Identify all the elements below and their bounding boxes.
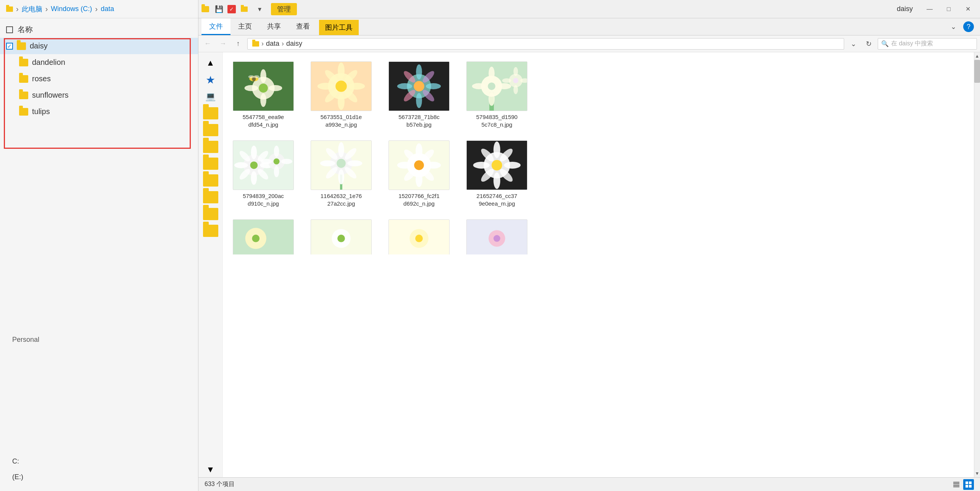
path-separator1: ›: [261, 40, 264, 48]
select-all-checkbox[interactable]: [6, 26, 13, 33]
dandelion-folder-icon: [19, 59, 28, 66]
dropdown-btn[interactable]: ▾: [253, 2, 266, 16]
scroll-down-icon[interactable]: ▼: [203, 462, 218, 477]
nav-folder-5[interactable]: [203, 174, 218, 187]
maximize-btn[interactable]: □: [940, 0, 958, 18]
svg-rect-117: [969, 485, 972, 488]
grid-view-btn[interactable]: [963, 479, 974, 490]
title-bar-folder-icon: [201, 6, 209, 12]
file-item-11[interactable]: [385, 216, 453, 254]
ribbon-chevron-btn[interactable]: ⌄: [946, 20, 960, 34]
tab-file[interactable]: 文件: [201, 18, 230, 35]
svg-point-62: [261, 159, 272, 164]
file-item-5[interactable]: 5794839_200acd910c_n.jpg: [229, 137, 298, 210]
svg-point-61: [274, 166, 279, 177]
help-btn[interactable]: ?: [963, 21, 974, 32]
folder-btn[interactable]: [237, 2, 251, 16]
file-item-6[interactable]: 11642632_1e7627a2cc.jpg: [307, 137, 376, 210]
svg-point-15: [338, 93, 345, 110]
tree-item-tulips[interactable]: tulips: [0, 103, 198, 120]
nav-folder-8[interactable]: [203, 225, 218, 237]
scroll-thumb[interactable]: [974, 60, 980, 83]
tree-item-roses[interactable]: roses: [0, 71, 198, 87]
tree-item-dandelion[interactable]: dandelion: [0, 54, 198, 71]
up-arrow-icon: ↑: [237, 40, 240, 48]
daisy-checkbox[interactable]: ✓: [6, 43, 13, 50]
file-item-3[interactable]: 5673728_71b8cb57eb.jpg: [385, 58, 453, 131]
up-btn[interactable]: ↑: [232, 38, 244, 50]
file-thumbnail-6: [311, 140, 372, 190]
file-item-4[interactable]: 5794835_d15905c7c8_n.jpg: [463, 58, 531, 131]
forward-arrow-icon: →: [219, 40, 226, 48]
svg-point-68: [338, 142, 344, 158]
scroll-up-btn[interactable]: ▲: [974, 52, 980, 60]
svg-point-52: [234, 162, 248, 168]
file-item-12[interactable]: [463, 216, 531, 254]
search-box[interactable]: 🔍 在 daisy 中搜索: [878, 38, 977, 50]
file-item-2[interactable]: 5673551_01d1ea993e_n.jpg: [307, 58, 376, 131]
tab-manage[interactable]: 图片工具: [319, 20, 359, 35]
svg-point-26: [416, 93, 422, 108]
tab-view[interactable]: 查看: [289, 18, 318, 35]
drive-e-item[interactable]: (E:): [6, 469, 192, 485]
address-bar: ← → ↑ › data › daisy ⌄ ↻ 🔍 在 daisy 中搜索: [198, 35, 980, 52]
scroll-up-icon[interactable]: ▲: [203, 55, 218, 71]
search-icon: 🔍: [881, 40, 889, 47]
forward-btn[interactable]: →: [217, 38, 229, 50]
scroll-down-btn[interactable]: ▼: [974, 470, 980, 477]
tab-home[interactable]: 主页: [230, 18, 260, 35]
help-icon: ?: [967, 23, 970, 31]
refresh-btn[interactable]: ↻: [862, 38, 875, 50]
file-name-3: 5673728_71b8cb57eb.jpg: [398, 113, 440, 128]
breadcrumb[interactable]: › 此电脑 › Windows (C:) › data: [0, 0, 198, 18]
file-thumbnail-12: [466, 219, 527, 254]
nav-folder-4[interactable]: [203, 158, 218, 170]
nav-folder-7[interactable]: [203, 208, 218, 220]
scroll-track[interactable]: [974, 60, 980, 470]
file-item-9[interactable]: [229, 216, 298, 254]
file-item-10[interactable]: [307, 216, 376, 254]
back-btn[interactable]: ←: [201, 38, 214, 50]
path-daisy: daisy: [286, 40, 302, 48]
manage-tab-btn[interactable]: 管理: [271, 3, 297, 15]
check-icon-btn[interactable]: ✓: [227, 5, 236, 13]
file-item-1[interactable]: 5547758_eea9edfd54_n.jpg: [229, 58, 298, 131]
quick-access-save-btn[interactable]: 💾: [212, 2, 226, 16]
scrollbar[interactable]: ▲ ▼: [974, 52, 980, 477]
file-item-8[interactable]: 21652746_cc379e0eea_m.jpg: [463, 137, 531, 210]
computer-icon[interactable]: 💻: [203, 89, 218, 104]
breadcrumb-drive[interactable]: Windows (C:): [51, 5, 92, 13]
nav-folder-1[interactable]: [203, 107, 218, 119]
title-bar: 💾 ✓ ▾ 管理 daisy — □ ✕: [198, 0, 980, 18]
minimize-btn[interactable]: —: [920, 0, 939, 18]
daisy-folder-icon: [17, 42, 26, 50]
breadcrumb-pc[interactable]: 此电脑: [22, 5, 42, 14]
svg-point-109: [493, 235, 500, 242]
dropdown-path-btn[interactable]: ⌄: [847, 38, 859, 50]
svg-rect-110: [953, 482, 959, 483]
svg-point-28: [426, 83, 441, 89]
list-view-btn[interactable]: [951, 479, 962, 490]
drive-c-item[interactable]: C:: [6, 454, 192, 469]
path-folder-icon: [252, 41, 259, 47]
nav-folder-3[interactable]: [203, 141, 218, 153]
file-area: ▲ ★ 💻: [198, 52, 980, 477]
tree-item-daisy[interactable]: ✓ daisy: [0, 38, 198, 54]
star-icon[interactable]: ★: [203, 72, 218, 87]
svg-point-2: [259, 84, 268, 93]
svg-point-59: [274, 158, 280, 164]
tree-item-sunflowers[interactable]: sunflowers: [0, 87, 198, 103]
breadcrumb-data[interactable]: data: [101, 5, 114, 13]
address-path-box[interactable]: › data › daisy: [247, 38, 844, 50]
nav-folder-6[interactable]: [203, 191, 218, 203]
svg-point-100: [252, 235, 260, 242]
nav-folder-2[interactable]: [203, 124, 218, 136]
tab-share[interactable]: 共享: [260, 18, 289, 35]
back-arrow-icon: ←: [204, 40, 211, 48]
close-btn[interactable]: ✕: [959, 0, 977, 18]
file-item-7[interactable]: 15207766_fc2f1d692c_n.jpg: [385, 137, 453, 210]
svg-point-50: [251, 146, 257, 159]
drive-c-label: C:: [12, 457, 19, 465]
svg-point-89: [492, 160, 502, 171]
breadcrumb-sep1: ›: [45, 5, 48, 13]
